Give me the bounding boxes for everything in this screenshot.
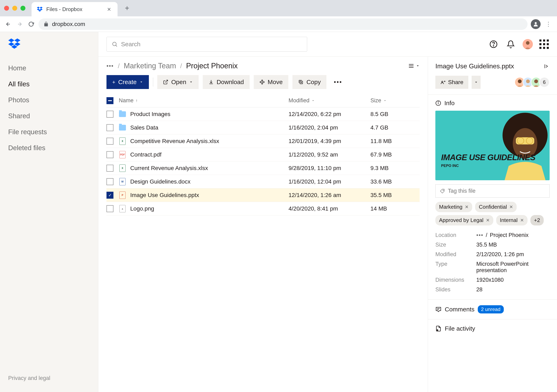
column-size[interactable]: Size [370,97,420,104]
file-modified: 12/01/2019, 4:39 pm [288,138,370,144]
more-collaborators[interactable]: 6 [539,77,550,88]
notifications-icon[interactable] [505,39,516,49]
table-row[interactable]: Sales Data 1/16/2020, 2:04 pm 4.7 GB [106,121,420,134]
move-button[interactable]: Move [254,75,288,89]
share-icon [440,80,446,85]
expand-panel-icon[interactable] [544,64,550,69]
help-icon[interactable] [488,39,499,49]
file-activity-section[interactable]: File activity [428,319,557,338]
svg-point-0 [535,22,537,24]
file-name: Product Images [130,111,170,117]
meta-label: Dimensions [435,277,476,283]
file-name-cell[interactable]: PDF Contract.pdf [119,151,288,158]
sidebar-item-home[interactable]: Home [0,60,98,76]
breadcrumb-separator: / [180,62,182,70]
file-name-cell[interactable]: Sales Data [119,124,288,131]
sort-asc-icon: ↑ [136,98,138,103]
row-checkbox[interactable] [106,151,114,158]
privacy-legal-link[interactable]: Privacy and legal [0,371,98,385]
share-button[interactable]: Share [435,76,468,89]
apps-grid-icon[interactable] [539,40,549,49]
table-row[interactable]: W Design Guidelines.docx 1/16/2020, 12:0… [106,175,420,188]
forward-button[interactable] [16,20,24,28]
back-button[interactable] [4,20,12,28]
tag-input[interactable] [435,184,550,198]
window-minimize[interactable] [12,6,17,11]
table-row[interactable]: ✓ P Image Use Guidelines.pptx 12/14/2020… [106,188,420,202]
search-box[interactable] [106,37,307,52]
browser-tab[interactable]: Files - Dropbox × [32,2,118,16]
tag[interactable]: Approved by Legal✕ [435,215,493,225]
sidebar-item-file-requests[interactable]: File requests [0,124,98,140]
file-name-cell[interactable]: ▲ Logo.png [119,205,288,212]
more-actions-button[interactable]: ••• [330,79,345,85]
row-checkbox[interactable] [106,165,114,172]
column-modified[interactable]: Modified [288,97,370,104]
tag[interactable]: Internal✕ [496,215,527,225]
table-row[interactable]: X Current Revenue Analysis.xlsx 9/28/201… [106,161,420,175]
share-dropdown[interactable] [472,76,481,89]
sidebar-item-all-files[interactable]: All files [0,76,98,92]
remove-tag-icon[interactable]: ✕ [465,204,468,210]
pptx-icon: P [119,192,125,199]
file-modified: 9/28/2019, 11:10 pm [288,165,370,171]
window-maximize[interactable] [20,6,25,11]
table-row[interactable]: Product Images 12/14/2020, 6:22 pm 8.5 G… [106,107,420,121]
tag[interactable]: Marketing✕ [435,202,472,212]
copy-button[interactable]: Copy [292,75,327,89]
file-name-cell[interactable]: W Design Guidelines.docx [119,178,288,185]
open-button[interactable]: Open [157,75,198,89]
create-button[interactable]: + Create [106,75,149,89]
table-row[interactable]: ▲ Logo.png 4/20/2020, 8:41 pm 14 MB [106,202,420,216]
view-mode-toggle[interactable] [408,63,420,69]
chevron-down-icon [383,99,387,102]
row-checkbox[interactable]: ✓ [106,192,114,199]
address-bar[interactable]: dropbox.com [39,18,527,30]
dropbox-logo[interactable] [0,39,98,57]
row-checkbox[interactable] [106,138,114,145]
search-input[interactable] [121,41,302,48]
row-checkbox[interactable] [106,205,114,212]
meta-label: Slides [435,287,476,293]
user-avatar[interactable] [523,39,533,49]
column-name[interactable]: Name ↑ [119,97,288,104]
file-preview[interactable]: IMAGE USE GUIDELINES PEPO INC [435,111,550,180]
window-close[interactable] [4,6,9,11]
collaborator-avatars[interactable]: 6 [514,77,550,88]
table-row[interactable]: X Competitive Revenue Analysis.xlsx 12/0… [106,134,420,148]
meta-location[interactable]: ••• / Project Phoenix [476,232,550,238]
select-all-checkbox[interactable] [106,97,114,104]
file-name-cell[interactable]: X Competitive Revenue Analysis.xlsx [119,137,288,145]
sidebar-item-shared[interactable]: Shared [0,108,98,124]
file-size: 14 MB [370,205,420,212]
browser-menu-icon[interactable]: ⋮ [544,19,553,29]
breadcrumb-overflow[interactable]: ••• [106,63,114,69]
file-name-cell[interactable]: X Current Revenue Analysis.xlsx [119,165,288,172]
tab-close-icon[interactable]: × [106,6,113,13]
row-checkbox[interactable] [106,178,114,185]
table-row[interactable]: PDF Contract.pdf 1/12/2020, 9:52 am 67.9… [106,148,420,161]
remove-tag-icon[interactable]: ✕ [520,218,524,223]
svg-point-14 [526,79,530,83]
row-checkbox[interactable] [106,111,114,118]
more-tags[interactable]: +2 [530,215,544,225]
tag[interactable]: Confidential✕ [475,202,517,212]
file-name-cell[interactable]: Product Images [119,111,288,118]
file-size: 8.5 GB [370,111,420,117]
download-button[interactable]: Download [203,75,250,89]
reload-button[interactable] [27,20,35,28]
file-name: Logo.png [130,205,154,212]
row-checkbox[interactable] [106,124,114,131]
comments-section[interactable]: Comments 2 unread [428,299,557,319]
sidebar: Home All files Photos Shared File reques… [0,32,98,392]
breadcrumb-parent[interactable]: Marketing Team [124,62,176,70]
sidebar-item-photos[interactable]: Photos [0,92,98,108]
sidebar-item-deleted-files[interactable]: Deleted files [0,140,98,156]
tag-field[interactable] [448,188,545,194]
open-icon [163,79,168,85]
remove-tag-icon[interactable]: ✕ [509,204,513,210]
new-tab-button[interactable]: + [122,1,132,16]
file-name-cell[interactable]: P Image Use Guidelines.pptx [119,192,288,199]
remove-tag-icon[interactable]: ✕ [486,218,490,223]
browser-profile-icon[interactable] [531,19,541,29]
